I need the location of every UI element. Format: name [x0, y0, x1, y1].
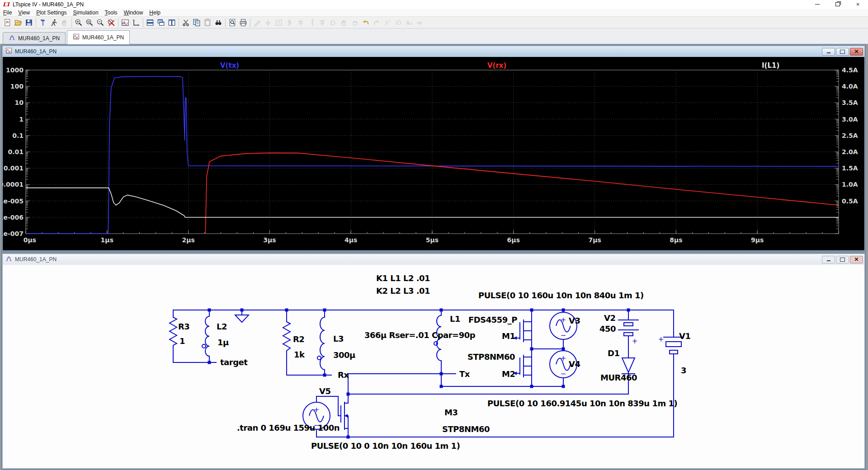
y-axis-right-label[interactable]: 1.0A — [842, 181, 858, 188]
schematic-text[interactable]: 1 — [179, 336, 185, 346]
x-axis-label[interactable]: 4µs — [344, 236, 357, 244]
y-axis-right-label[interactable]: 1.5A — [842, 164, 858, 172]
y-axis-left-label[interactable]: 1e-007 — [3, 230, 24, 237]
cut-icon[interactable] — [180, 18, 191, 28]
schematic-text[interactable]: PULSE(0 10 160u 10n 10n 840u 1m 1) — [478, 291, 644, 300]
x-axis-label[interactable]: 8µs — [670, 236, 682, 244]
menu-window[interactable]: Window — [121, 9, 146, 16]
x-axis-label[interactable]: 9µs — [751, 236, 764, 244]
y-axis-right-label[interactable]: 3.5A — [842, 99, 858, 106]
diode-D1[interactable] — [622, 358, 635, 372]
y-axis-right-label[interactable]: 0.5A — [842, 197, 858, 205]
schematic-text[interactable]: L3 — [333, 334, 344, 343]
inductor-L2[interactable] — [205, 316, 209, 356]
schematic-close-button[interactable]: ✕ — [850, 256, 863, 263]
zoom-box-icon[interactable] — [84, 18, 95, 28]
schematic-text[interactable]: M1 — [502, 331, 515, 341]
schematic-text[interactable]: PULSE(0 10 0 10n 10n 160u 1m 1) — [311, 441, 460, 451]
y-axis-right-label[interactable]: 2.5A — [842, 132, 858, 139]
schematic-text[interactable]: 3 — [681, 366, 686, 375]
print-preview-icon[interactable] — [227, 18, 238, 28]
undo-icon[interactable] — [360, 18, 371, 28]
schematic-canvas[interactable]: +−+−+−++K1 L1 L2 .01K2 L2 L3 .01PULSE(0 … — [3, 265, 864, 468]
y-axis-left-label[interactable]: 1000 — [6, 66, 24, 74]
y-axis-left-label[interactable]: 100 — [10, 83, 24, 90]
tile-horizontal-icon[interactable] — [145, 18, 156, 28]
menu-file[interactable]: File — [0, 9, 15, 16]
run-icon[interactable] — [48, 18, 59, 28]
plot-maximize-button[interactable] — [836, 48, 849, 56]
schematic-text[interactable]: target — [220, 357, 248, 367]
menu-view[interactable]: View — [15, 9, 33, 16]
schematic-text[interactable]: 450 — [599, 324, 616, 334]
menu-tools[interactable]: Tools — [102, 9, 121, 16]
y-axis-left-label[interactable]: 0.0001 — [3, 181, 24, 188]
waveform-window-titlebar[interactable]: MUR460_1A_PN ✕ — [3, 46, 864, 57]
schematic-text[interactable]: R3 — [178, 322, 189, 331]
x-axis-label[interactable]: 3µs — [263, 236, 276, 244]
schematic-text[interactable]: V5 — [319, 386, 330, 396]
schematic-text[interactable]: PULSE(0 10 160.9145u 10n 10n 839u 1m 1) — [487, 399, 677, 408]
schematic-text[interactable]: 1µ — [217, 338, 229, 347]
schematic-window-titlebar[interactable]: MUR460_1A_PN ✕ — [3, 254, 864, 265]
schematic-text[interactable]: V1 — [679, 331, 690, 341]
y-axis-right-label[interactable]: 4.5A — [842, 66, 858, 74]
schematic-text[interactable]: M3 — [444, 408, 458, 417]
plot-canvas[interactable]: 10001001010.10.010.0010.00011e-0051e-006… — [3, 57, 864, 250]
x-axis-label[interactable]: 6µs — [507, 236, 520, 244]
ground-symbol[interactable] — [235, 315, 249, 322]
legend-vtx[interactable]: V(tx) — [220, 61, 239, 70]
control-panel-icon[interactable] — [38, 18, 48, 28]
schematic-text[interactable]: STP8NM60 — [442, 424, 490, 434]
save-icon[interactable] — [24, 18, 34, 28]
x-axis-label[interactable]: 1µs — [101, 236, 113, 244]
x-axis-label[interactable]: 0µs — [24, 236, 36, 244]
legend-vrx[interactable]: V(rx) — [487, 61, 506, 70]
zoom-full-icon[interactable] — [106, 18, 117, 28]
app-titlebar[interactable]: LT LTspice IV - MUR460_1A_PN × — [0, 0, 868, 9]
plot-minimize-button[interactable] — [822, 48, 835, 56]
schematic-text[interactable]: FDS4559_P — [468, 315, 517, 324]
schematic-text[interactable]: K2 L2 L3 .01 — [376, 286, 430, 296]
zoom-in-icon[interactable] — [73, 18, 84, 28]
trace-vtx[interactable] — [26, 76, 839, 234]
y-axis-left-label[interactable]: 1e-006 — [3, 214, 24, 221]
schematic-text[interactable]: V3 — [569, 316, 580, 325]
inductor-L3[interactable] — [320, 317, 325, 370]
schematic-text[interactable]: 300µ — [333, 350, 355, 360]
new-schematic-icon[interactable] — [2, 18, 13, 28]
menu-plot-settings[interactable]: Plot Settings — [33, 9, 70, 16]
plot-close-button[interactable]: ✕ — [850, 48, 863, 56]
phase-dot[interactable] — [317, 356, 321, 360]
schematic-text[interactable]: D1 — [608, 348, 619, 358]
schematic-text[interactable]: Rx — [338, 370, 349, 380]
schematic-text[interactable]: L2 — [217, 322, 227, 331]
y-axis-right-label[interactable]: 4.0A — [842, 83, 858, 90]
y-axis-left-label[interactable]: 1e-005 — [3, 197, 24, 205]
print-icon[interactable] — [238, 18, 249, 28]
menu-simulation[interactable]: Simulation — [70, 9, 102, 16]
minimize-button[interactable] — [807, 0, 827, 9]
x-axis-label[interactable]: 2µs — [182, 236, 194, 244]
schematic-text[interactable]: 366µ Rser=.01 Cpar=90p — [364, 330, 476, 340]
schematic-text[interactable]: R2 — [293, 334, 304, 344]
tile-vertical-icon[interactable] — [166, 18, 177, 28]
y-axis-right-label[interactable]: 3.0A — [842, 116, 858, 123]
open-file-icon[interactable] — [13, 18, 24, 28]
schematic-text[interactable]: V4 — [569, 359, 580, 369]
y-axis-left-label[interactable]: 0.1 — [12, 132, 24, 139]
tab-waveform[interactable]: MUR460_1A_PN — [67, 30, 130, 44]
cascade-windows-icon[interactable] — [156, 18, 166, 28]
y-axis-right-label[interactable]: 2.0A — [842, 148, 858, 155]
schematic-text[interactable]: Tx — [459, 369, 470, 379]
schematic-text[interactable]: .tran 0 169u 159u 100n — [237, 423, 340, 432]
schematic-text[interactable]: 1k — [294, 350, 305, 359]
find-icon[interactable] — [213, 18, 224, 28]
resistor-R3[interactable] — [170, 317, 177, 347]
resistor-R2[interactable] — [283, 322, 290, 352]
schematic-text[interactable]: STP8NM60 — [467, 352, 515, 362]
y-axis-left-label[interactable]: 1 — [19, 116, 24, 123]
schematic-text[interactable]: K1 L1 L2 .01 — [376, 273, 430, 283]
autorange-y-icon[interactable] — [120, 18, 131, 28]
schematic-minimize-button[interactable] — [822, 256, 835, 263]
